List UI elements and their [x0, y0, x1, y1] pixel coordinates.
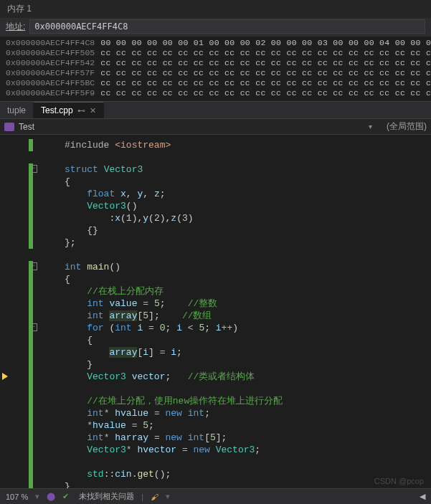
- zoom-level[interactable]: 107 %: [6, 493, 28, 501]
- close-icon[interactable]: ✕: [90, 106, 96, 115]
- hex-row: 0x000000AECF4FF505cc cc cc cc cc cc cc c…: [0, 48, 431, 58]
- hex-row: 0x000000AECF4FF57Fcc cc cc cc cc cc cc c…: [0, 68, 431, 78]
- hex-row: 0x000000AECF4FF4C800 00 00 00 00 00 01 0…: [0, 38, 431, 48]
- hex-row: 0x000000AECF4FF542cc cc cc cc cc cc cc c…: [0, 58, 431, 68]
- caret-left-icon[interactable]: ◀: [420, 492, 425, 501]
- execution-pointer-icon[interactable]: [1, 371, 11, 381]
- address-input[interactable]: [29, 19, 425, 34]
- memory-address-row: 地址:: [0, 18, 431, 37]
- status-bar: 107 % ▾ ⬤ ✔ 未找到相关问题 | 🖌 ▾ ◀: [0, 488, 431, 504]
- tab-label: tuple: [7, 105, 26, 115]
- scope-name[interactable]: Test: [19, 122, 369, 132]
- memory-panel-title: 内存 1: [0, 0, 431, 18]
- brush-icon[interactable]: 🖌: [151, 493, 158, 501]
- hex-row: 0x000000AECF4FF5BCcc cc cc cc cc cc cc c…: [0, 78, 431, 88]
- tab-tuple[interactable]: tuple: [0, 103, 34, 118]
- project-icon: [4, 123, 14, 131]
- chevron-down-icon[interactable]: ▾: [369, 123, 372, 130]
- tab-label: Test.cpp: [41, 105, 73, 115]
- code-editor[interactable]: −−− #include <iostream> struct Vector3{ …: [0, 135, 431, 489]
- hex-row: 0x000000AECF4FF5F9cc cc cc cc cc cc cc c…: [0, 88, 431, 98]
- watermark: CSDN @pcop: [374, 477, 424, 485]
- chevron-down-icon[interactable]: ▾: [35, 492, 39, 501]
- memory-hex-dump: 0x000000AECF4FF4C800 00 00 00 00 00 01 0…: [0, 37, 431, 101]
- code-area[interactable]: #include <iostream> struct Vector3{ floa…: [29, 135, 431, 489]
- chevron-down-icon[interactable]: ▾: [166, 492, 170, 501]
- bug-icon[interactable]: ⬤: [47, 492, 55, 501]
- pin-icon[interactable]: ⊷: [77, 106, 85, 115]
- memory-panel: 内存 1 地址: 0x000000AECF4FF4C800 00 00 00 0…: [0, 0, 431, 102]
- tab-test-cpp[interactable]: Test.cpp ⊷ ✕: [34, 102, 104, 118]
- check-icon: ✔: [62, 492, 69, 501]
- address-label: 地址:: [6, 21, 25, 33]
- scope-bar: Test ▾ (全局范围): [0, 119, 431, 135]
- editor-gutter: −−−: [0, 135, 29, 489]
- tab-strip: tuple Test.cpp ⊷ ✕: [0, 102, 431, 119]
- issues-text: 未找到相关问题: [79, 491, 134, 502]
- scope-right[interactable]: (全局范围): [387, 120, 427, 133]
